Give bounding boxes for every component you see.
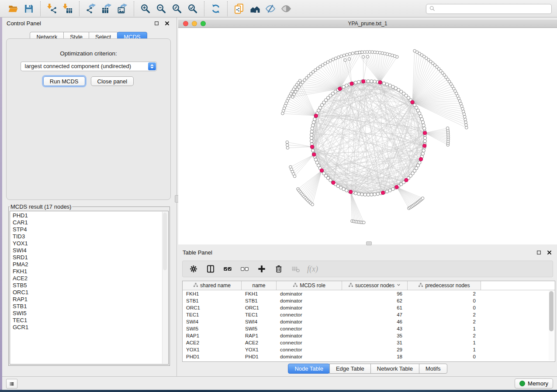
select-all-rows-icon[interactable]	[220, 262, 235, 275]
mcds-result-item[interactable]: STB5	[13, 282, 168, 289]
table-row[interactable]: SWI4SWI4dominator462	[183, 318, 555, 325]
table-cell: STB1	[183, 298, 242, 303]
node-table: shared namenameMCDS rolesuccessor nodesp…	[182, 281, 555, 362]
task-history-button[interactable]	[6, 379, 17, 389]
tab-edge-table[interactable]: Edge Table	[329, 364, 371, 374]
search-box[interactable]	[426, 4, 552, 14]
table-cell: 62	[342, 298, 408, 303]
window-close-traffic-light[interactable]	[183, 21, 188, 26]
mcds-result-item[interactable]: YOX1	[13, 240, 168, 247]
create-column-icon[interactable]	[254, 262, 269, 275]
application-window: Control Panel NetworkStyleSelectMCDS Opt…	[0, 0, 557, 392]
import-network-icon[interactable]	[44, 1, 60, 16]
table-cell: dominator	[277, 298, 342, 303]
optimization-criterion-select[interactable]: largest connected component (undirected)	[21, 62, 157, 71]
mcds-result-scrollbar[interactable]	[162, 212, 168, 364]
open-file-icon[interactable]	[5, 1, 21, 16]
network-overview-icon[interactable]	[247, 1, 263, 16]
hide-graphics-details-icon[interactable]	[263, 1, 278, 16]
import-table-icon[interactable]	[60, 1, 76, 16]
network-graph[interactable]	[178, 28, 557, 244]
mcds-result-item[interactable]: CAR1	[13, 219, 168, 226]
table-cell: connector	[277, 340, 342, 345]
zoom-fit-icon[interactable]	[169, 1, 185, 16]
mcds-result-list[interactable]: PHD1CAR1STP4TID3YOX1SWI4SRD1PMA2FKH1ACE2…	[10, 211, 169, 364]
column-header-predecessor-nodes[interactable]: predecessor nodes	[408, 281, 481, 290]
column-layout-icon[interactable]	[203, 262, 218, 275]
toolbar-group	[79, 1, 134, 16]
table-row[interactable]: YOX1YOX1connector291	[183, 346, 555, 353]
table-panel-float-icon[interactable]	[535, 249, 542, 256]
table-row[interactable]: TEC1TEC1connector472	[183, 311, 555, 318]
delete-columns-icon[interactable]	[271, 262, 286, 275]
table-panel-title: Table Panel	[183, 249, 212, 256]
mcds-result-item[interactable]: SWI4	[13, 247, 168, 254]
search-input[interactable]	[436, 6, 549, 13]
table-cell: 43	[342, 326, 408, 331]
control-panel-close-icon[interactable]	[163, 20, 170, 27]
mcds-result-item[interactable]: PHD1	[13, 212, 168, 219]
table-cell: dominator	[277, 354, 342, 359]
mcds-result-item[interactable]: FKH1	[13, 268, 168, 275]
table-cell: 1	[408, 347, 481, 352]
optimization-criterion-label: Optimization criterion:	[7, 50, 170, 57]
mcds-result-item[interactable]: TID3	[13, 233, 168, 240]
mcds-result-item[interactable]: ACE2	[13, 275, 168, 282]
table-cell: ORC1	[183, 305, 242, 310]
column-header-name[interactable]: name	[242, 281, 277, 290]
table-row[interactable]: STB1STB1dominator620	[183, 297, 555, 304]
export-network-icon[interactable]	[83, 1, 99, 16]
column-header-successor-nodes[interactable]: successor nodes	[342, 281, 408, 290]
table-cell: YOX1	[242, 347, 277, 352]
table-cell: connector	[277, 312, 342, 317]
zoom-selected-icon[interactable]	[185, 1, 201, 16]
table-row[interactable]: FKH1FKH1dominator962	[183, 290, 555, 297]
table-cell: 47	[342, 312, 408, 317]
table-row[interactable]: SWI5SWI5connector431	[183, 325, 555, 332]
table-cell: 46	[342, 319, 408, 324]
export-table-icon[interactable]	[99, 1, 114, 16]
mcds-result-item[interactable]: ORC1	[13, 289, 168, 296]
show-graphics-details-icon[interactable]	[278, 1, 294, 16]
memory-button[interactable]: Memory	[515, 378, 553, 389]
mcds-result-item[interactable]: PMA2	[13, 261, 168, 268]
mcds-result-item[interactable]: SRD1	[13, 254, 168, 261]
save-session-icon[interactable]	[21, 1, 37, 16]
close-panel-button[interactable]: Close panel	[91, 76, 134, 86]
column-header-shared-name[interactable]: shared name	[183, 281, 242, 290]
deselect-all-rows-icon[interactable]	[237, 262, 252, 275]
function-builder-icon: f(x)	[305, 262, 320, 275]
network-view-canvas[interactable]	[178, 28, 557, 244]
horizontal-splitter-handle[interactable]	[366, 241, 372, 245]
table-row[interactable]: PHD1PHD1dominator180	[183, 353, 555, 360]
tab-network-table[interactable]: Network Table	[370, 364, 419, 374]
mcds-result-item[interactable]: RAP1	[13, 296, 168, 303]
zoom-in-icon[interactable]	[138, 1, 153, 16]
mcds-result-item[interactable]: SWI5	[13, 310, 168, 317]
table-cell: PHD1	[183, 354, 242, 359]
table-row[interactable]: RAP1RAP1dominator352	[183, 332, 555, 339]
refresh-layout-icon[interactable]	[208, 1, 224, 16]
table-cell: 2	[408, 291, 481, 296]
export-image-icon[interactable]	[114, 1, 130, 16]
mcds-result-title: MCDS result (17 nodes)	[10, 203, 72, 210]
control-panel-float-icon[interactable]	[153, 20, 160, 27]
window-minimize-traffic-light[interactable]	[192, 21, 197, 26]
mcds-result-item[interactable]: GCR1	[13, 324, 168, 331]
mcds-result-item[interactable]: STB1	[13, 303, 168, 310]
tab-node-table[interactable]: Node Table	[288, 364, 330, 374]
window-zoom-traffic-light[interactable]	[201, 21, 206, 26]
tab-motifs[interactable]: Motifs	[419, 364, 447, 374]
mcds-result-item[interactable]: STP4	[13, 226, 168, 233]
clone-network-icon[interactable]	[231, 1, 247, 16]
table-panel-close-icon[interactable]	[546, 249, 553, 256]
column-header-MCDS-role[interactable]: MCDS role	[277, 281, 342, 290]
table-row[interactable]: ORC1ORC1dominator610	[183, 304, 555, 311]
network-window-titlebar: YPA_prune.txt_1	[178, 20, 557, 28]
node-table-scrollbar[interactable]	[549, 291, 554, 361]
table-row[interactable]: ACE2ACE2connector311	[183, 339, 555, 346]
table-settings-icon[interactable]	[186, 262, 201, 275]
mcds-result-item[interactable]: TEC1	[13, 317, 168, 324]
run-mcds-button[interactable]: Run MCDS	[43, 76, 85, 86]
zoom-out-icon[interactable]	[153, 1, 169, 16]
